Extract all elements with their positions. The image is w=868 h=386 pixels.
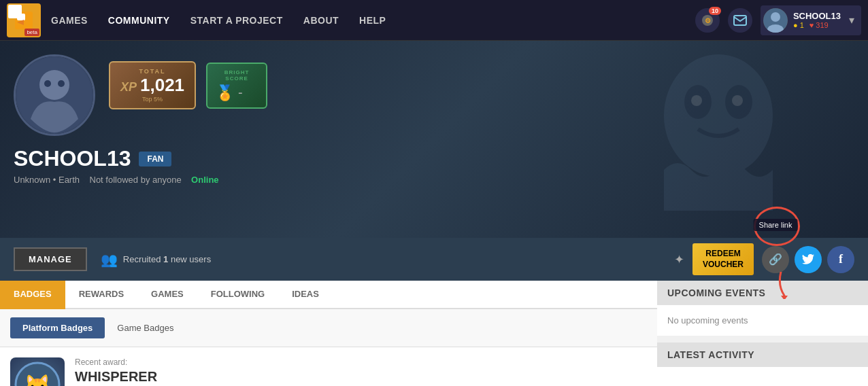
nav-help[interactable]: HELP [359,15,386,26]
fan-badge: FAN [139,152,171,166]
recruit-info: 👥 Recruited 1 new users [101,251,211,268]
profile-banner: TOTAL XP 1,021 Top 5% BRIGHTSCORE 🏅 - SC… [0,41,868,238]
svg-marker-18 [781,296,788,299]
online-status: Online [191,175,218,185]
xp-total-label: TOTAL [120,68,184,75]
svg-text:⚙: ⚙ [704,17,710,24]
latest-activity-section: LATEST ACTIVITY [657,343,868,386]
profile-meta: Unknown • Earth Not followed by anyone O… [14,175,854,185]
copy-link-button[interactable]: 🔗 [762,246,789,273]
nav-games[interactable]: GAMES [51,15,88,26]
action-bar: MANAGE 👥 Recruited 1 new users ✦ REDEEM … [0,238,868,281]
tab-ideas[interactable]: IDEAS [278,281,333,309]
user-stats: ● 1 ♥ 319 [793,21,841,29]
coin-stat: ● 1 [793,21,804,29]
avatar [763,8,788,33]
badge-info: Recent award: WHISPERER [75,357,647,385]
bright-value: - [238,85,243,101]
username-label: SCHOOL13 [793,11,841,21]
action-right: ✦ REDEEM VOUCHER Share link 🔗 [674,243,854,275]
svg-point-7 [771,12,780,22]
location-text: Unknown • Earth [14,175,80,185]
svg-point-15 [39,70,69,100]
upcoming-events-body: No upcoming events [657,305,868,336]
bright-badge: BRIGHTSCORE 🏅 - [206,63,267,109]
upcoming-events-title: UPCOMING EVENTS [657,281,868,305]
social-icons: Share link 🔗 f [762,246,854,273]
upcoming-events-section: UPCOMING EVENTS No upcoming events [657,281,868,336]
xp-icon: XP [120,80,137,94]
badge-image: 🐱 [10,357,65,386]
sparkle-icon: ✦ [674,252,684,267]
sub-tab-game[interactable]: Game Badges [105,317,186,338]
profile-username: SCHOOL13 [14,146,131,171]
sub-tabs: Platform Badges Game Badges [0,309,657,347]
sub-tab-platform[interactable]: Platform Badges [10,317,105,338]
svg-point-16 [44,80,51,87]
heart-stat: ♥ 319 [809,21,829,29]
manage-button[interactable]: MANAGE [14,247,87,271]
recent-award-label: Recent award: [75,357,647,367]
latest-activity-title: LATEST ACTIVITY [657,343,868,367]
avatar-image [16,56,93,134]
tab-rewards[interactable]: REWARDS [65,281,137,309]
notifications-count: 10 [709,7,721,15]
badge-content: 🐱 Recent award: WHISPERER [0,347,657,386]
facebook-share-button[interactable]: f [827,246,854,273]
xp-value: 1,021 [140,75,184,96]
nav-right: ⚙ 10 SCHOOL13 ● 1 ♥ 319 [695,5,861,35]
tabs-bar: BADGES REWARDS GAMES FOLLOWING IDEAS [0,281,657,309]
badge-name: WHISPERER [75,369,647,385]
tab-following[interactable]: FOLLOWING [197,281,278,309]
right-panel: UPCOMING EVENTS No upcoming events LATES… [657,281,868,386]
nav-about[interactable]: ABOUT [303,15,339,26]
twitter-share-button[interactable] [795,246,822,273]
profile-top: TOTAL XP 1,021 Top 5% BRIGHTSCORE 🏅 - [14,54,854,136]
recruit-text: Recruited 1 new users [123,254,211,264]
followers-text: Not followed by anyone [90,175,182,185]
latest-activity-body [657,367,868,386]
left-panel: BADGES REWARDS GAMES FOLLOWING IDEAS Pla… [0,281,657,386]
link-share-wrap: Share link 🔗 [762,246,789,273]
nav-links: GAMES COMMUNITY START A PROJECT ABOUT HE… [51,15,695,26]
nav-community[interactable]: COMMUNITY [108,15,170,26]
svg-rect-1 [17,14,25,20]
nav-start-project[interactable]: START A PROJECT [190,15,283,26]
main-content: BADGES REWARDS GAMES FOLLOWING IDEAS Pla… [0,281,868,386]
messages-icon[interactable] [728,8,752,33]
bright-label: BRIGHTSCORE [216,69,258,82]
xp-badge: TOTAL XP 1,021 Top 5% [109,61,196,109]
svg-point-17 [58,80,65,87]
xp-section: TOTAL XP 1,021 Top 5% BRIGHTSCORE 🏅 - [109,61,267,109]
xp-sub: Top 5% [120,96,184,103]
recruit-count: 1 [163,254,168,264]
user-menu[interactable]: SCHOOL13 ● 1 ♥ 319 ▾ [761,5,861,35]
notifications-icon[interactable]: ⚙ 10 [695,8,720,33]
svg-text:🐱: 🐱 [24,373,51,386]
beta-label: beta [24,29,39,36]
tab-badges[interactable]: BADGES [0,281,65,309]
logo[interactable]: beta [7,3,41,37]
redeem-button[interactable]: REDEEM VOUCHER [692,243,754,275]
arrow-annotation [774,272,795,299]
share-link-label: Share link [754,219,798,231]
tab-games[interactable]: GAMES [137,281,197,309]
navbar: beta GAMES COMMUNITY START A PROJECT ABO… [0,0,868,41]
profile-name-section: SCHOOL13 FAN Unknown • Earth Not followe… [14,146,854,185]
profile-avatar [14,54,95,136]
chevron-down-icon: ▾ [849,14,854,27]
